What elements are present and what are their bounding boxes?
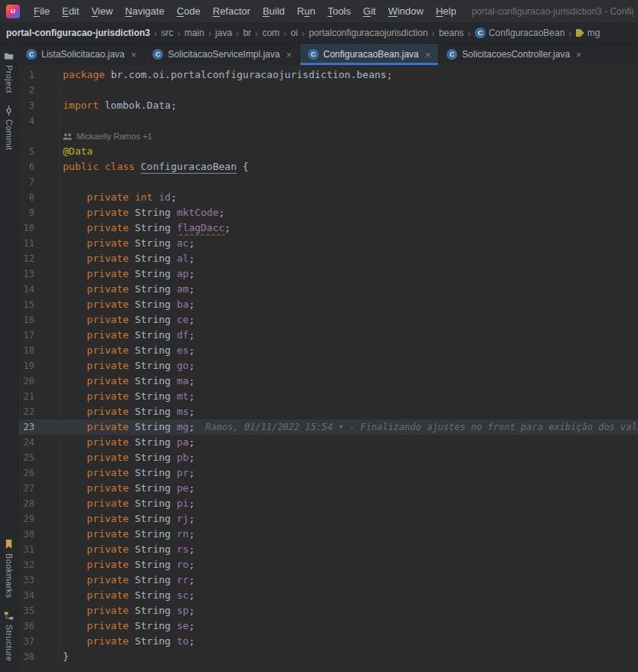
menu-code[interactable]: Code [171, 2, 207, 20]
code-line[interactable]: 18 private String es; [18, 343, 638, 358]
line-number[interactable]: 32 [18, 557, 60, 573]
code-line[interactable]: 1package br.com.oi.portalconfiguracaojur… [18, 67, 638, 83]
code-line[interactable]: 15 private String ba; [18, 297, 638, 312]
breadcrumb-item-configuracaobean[interactable]: ConfiguracaoBean [475, 28, 564, 38]
code-line[interactable]: 13 private String ap; [18, 266, 638, 282]
menu-tools[interactable]: Tools [322, 2, 357, 20]
code-line[interactable]: 20 private String ma; [18, 374, 638, 389]
breadcrumb-item-main[interactable]: main [185, 28, 204, 38]
breadcrumb-item-portalconfiguracaojurisdiction[interactable]: portalconfiguracaojurisdiction [309, 28, 427, 38]
breadcrumb-item-src[interactable]: src [161, 28, 173, 38]
menu-run[interactable]: Run [291, 2, 322, 20]
code-line[interactable]: 3import lombok.Data; [18, 98, 638, 113]
line-number[interactable]: 29 [18, 511, 60, 527]
code-editor[interactable]: 1package br.com.oi.portalconfiguracaojur… [18, 65, 638, 672]
line-number[interactable]: 35 [18, 603, 60, 618]
code-line[interactable]: 33 private String rr; [18, 573, 638, 588]
line-number[interactable]: 23 [18, 419, 60, 435]
code-line[interactable]: 14 private String am; [18, 282, 638, 297]
code-line[interactable]: 12 private String al; [18, 251, 638, 266]
line-number[interactable]: 2 [18, 83, 60, 98]
code-line[interactable]: 7 [18, 175, 638, 190]
code-line[interactable]: 30 private String rn; [18, 527, 638, 542]
line-number[interactable]: 5 [18, 144, 60, 159]
menu-window[interactable]: Window [382, 2, 430, 20]
code-line[interactable]: 8 private int id; [18, 190, 638, 205]
code-line[interactable]: 4 [18, 113, 638, 129]
menu-file[interactable]: File [28, 2, 56, 20]
code-line[interactable]: 27 private String pe; [18, 481, 638, 496]
code-line[interactable]: 10 private String flagDacc; [18, 220, 638, 236]
menu-help[interactable]: Help [430, 2, 463, 20]
code-line[interactable]: 29 private String rj; [18, 511, 638, 527]
tab-solicitacoescontroller.java[interactable]: SolicitacoesController.java [439, 44, 590, 65]
line-number[interactable]: 28 [18, 496, 60, 511]
line-number[interactable]: 33 [18, 573, 60, 588]
line-number[interactable]: 36 [18, 618, 60, 634]
line-number[interactable]: 8 [18, 190, 60, 205]
breadcrumb-item-beans[interactable]: beans [439, 28, 464, 38]
code-line[interactable]: 26 private String pr; [18, 465, 638, 481]
code-line[interactable]: 5@Data [18, 144, 638, 159]
line-number[interactable]: 31 [18, 542, 60, 557]
code-line[interactable]: 24 private String pa; [18, 435, 638, 450]
code-line[interactable]: 28 private String pi; [18, 496, 638, 511]
stripe-button-project[interactable]: Project [4, 45, 14, 99]
code-line[interactable]: 11 private String ac; [18, 236, 638, 251]
code-line[interactable]: 17 private String df; [18, 328, 638, 343]
menu-view[interactable]: View [85, 2, 119, 20]
line-number[interactable]: 3 [18, 98, 60, 113]
tab-listasolicitacao.java[interactable]: ListaSolicitacao.java [18, 44, 145, 65]
close-icon[interactable] [425, 50, 431, 60]
breadcrumb-item-oi[interactable]: oi [290, 28, 297, 38]
menu-edit[interactable]: Edit [56, 2, 85, 20]
code-line[interactable]: 32 private String ro; [18, 557, 638, 573]
breadcrumb-item-com[interactable]: com [262, 28, 280, 38]
line-number[interactable]: 19 [18, 358, 60, 374]
line-number[interactable]: 13 [18, 266, 60, 282]
breadcrumb-item-br[interactable]: br [243, 28, 251, 38]
stripe-button-structure[interactable]: Structure [4, 605, 14, 667]
code-line[interactable]: 22 private String ms; [18, 404, 638, 419]
line-number[interactable]: 9 [18, 205, 60, 220]
line-number[interactable]: 14 [18, 282, 60, 297]
line-number[interactable]: 4 [18, 113, 60, 129]
line-number[interactable]: 22 [18, 404, 60, 419]
tab-solicitacaoserviceimpl.java[interactable]: SolicitacaoServiceImpl.java [145, 44, 300, 65]
breadcrumb-item-java[interactable]: java [215, 28, 232, 38]
code-line[interactable]: 19 private String go; [18, 358, 638, 374]
line-number[interactable]: 27 [18, 481, 60, 496]
line-number[interactable]: 16 [18, 312, 60, 328]
line-number[interactable] [18, 129, 60, 144]
code-line[interactable]: 37 private String to; [18, 634, 638, 649]
close-icon[interactable] [131, 50, 137, 60]
code-line[interactable]: 35 private String sp; [18, 603, 638, 618]
code-line[interactable]: 9 private String mktCode; [18, 205, 638, 220]
line-number[interactable]: 7 [18, 175, 60, 190]
code-line[interactable]: 23 private String mg;Ramos, 01/11/2022 1… [18, 419, 638, 435]
line-number[interactable]: 15 [18, 297, 60, 312]
line-number[interactable]: 12 [18, 251, 60, 266]
close-icon[interactable] [286, 50, 292, 60]
menu-navigate[interactable]: Navigate [119, 2, 170, 20]
line-number[interactable]: 17 [18, 328, 60, 343]
line-number[interactable]: 26 [18, 465, 60, 481]
line-number[interactable]: 34 [18, 588, 60, 603]
line-number[interactable]: 11 [18, 236, 60, 251]
tab-configuracaobean.java[interactable]: ConfiguracaoBean.java [300, 44, 439, 65]
code-line[interactable]: 25 private String pb; [18, 450, 638, 465]
line-number[interactable]: 20 [18, 374, 60, 389]
code-line[interactable]: 36 private String se; [18, 618, 638, 634]
code-line[interactable]: 16 private String ce; [18, 312, 638, 328]
line-number[interactable]: 18 [18, 343, 60, 358]
close-icon[interactable] [576, 50, 582, 60]
line-number[interactable]: 25 [18, 450, 60, 465]
code-line[interactable]: 38} [18, 649, 638, 664]
line-number[interactable]: 10 [18, 220, 60, 236]
line-number[interactable]: 38 [18, 649, 60, 664]
line-number[interactable]: 30 [18, 527, 60, 542]
breadcrumb-item-portal-configuracao-jurisdiction3[interactable]: portal-configuracao-jurisdiction3 [6, 28, 150, 38]
code-line[interactable]: 2 [18, 83, 638, 98]
menu-refactor[interactable]: Refactor [207, 2, 257, 20]
line-number[interactable]: 6 [18, 159, 60, 175]
